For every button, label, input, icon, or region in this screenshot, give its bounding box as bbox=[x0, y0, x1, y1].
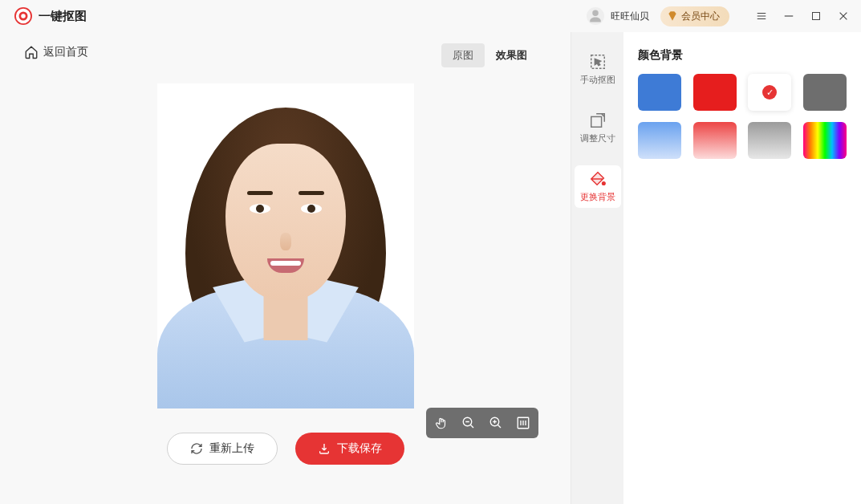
diamond-icon bbox=[667, 10, 678, 22]
svg-rect-7 bbox=[591, 116, 601, 127]
resize-icon bbox=[589, 112, 607, 129]
fit-screen-icon[interactable] bbox=[511, 411, 535, 435]
panel-title: 颜色背景 bbox=[638, 48, 847, 63]
reupload-button[interactable]: 重新上传 bbox=[167, 433, 278, 465]
tool-background-label: 更换背景 bbox=[580, 191, 615, 203]
user-avatar-icon[interactable] bbox=[587, 7, 604, 25]
paint-bucket-icon bbox=[589, 170, 607, 188]
minimize-icon[interactable] bbox=[782, 10, 795, 22]
app-title: 一键抠图 bbox=[39, 9, 87, 24]
menu-icon[interactable] bbox=[755, 10, 768, 22]
view-tabs: 原图 效果图 bbox=[441, 43, 538, 67]
swatch-gray-gradient[interactable] bbox=[748, 122, 791, 159]
app-logo-icon bbox=[14, 7, 32, 25]
swatch-blue[interactable] bbox=[638, 74, 681, 111]
vip-center-button[interactable]: 会员中心 bbox=[660, 6, 729, 26]
tool-change-background[interactable]: 更换背景 bbox=[575, 165, 621, 208]
swatch-red-gradient[interactable] bbox=[693, 122, 737, 159]
check-icon: ✓ bbox=[762, 85, 777, 100]
svg-point-2 bbox=[21, 14, 26, 18]
image-toolbar bbox=[426, 408, 538, 438]
zoom-in-icon[interactable] bbox=[484, 411, 508, 435]
swatch-blue-gradient[interactable] bbox=[638, 122, 681, 159]
swatch-red[interactable] bbox=[693, 74, 737, 111]
home-icon bbox=[24, 45, 39, 59]
reupload-label: 重新上传 bbox=[209, 441, 254, 456]
username-label: 旺旺仙贝 bbox=[611, 10, 649, 23]
pan-icon[interactable] bbox=[429, 411, 453, 435]
tool-manual-matting[interactable]: 手动抠图 bbox=[575, 48, 621, 91]
tool-manual-label: 手动抠图 bbox=[580, 74, 615, 86]
zoom-out-icon[interactable] bbox=[457, 411, 481, 435]
maximize-icon[interactable] bbox=[810, 10, 822, 22]
svg-rect-3 bbox=[813, 13, 820, 20]
tab-original[interactable]: 原图 bbox=[441, 43, 485, 67]
download-icon bbox=[318, 442, 331, 455]
tool-resize[interactable]: 调整尺寸 bbox=[575, 107, 621, 149]
cursor-icon bbox=[589, 53, 607, 71]
download-label: 下载保存 bbox=[337, 441, 382, 456]
refresh-icon bbox=[190, 442, 203, 455]
swatch-rainbow[interactable] bbox=[803, 122, 847, 159]
swatch-gray[interactable] bbox=[803, 74, 847, 111]
back-home-label: 返回首页 bbox=[43, 45, 88, 59]
swatch-white[interactable]: ✓ bbox=[748, 74, 791, 111]
close-icon[interactable] bbox=[837, 10, 850, 22]
svg-point-8 bbox=[602, 182, 605, 185]
vip-label: 会员中心 bbox=[681, 10, 720, 23]
tab-result[interactable]: 效果图 bbox=[485, 43, 538, 67]
result-image[interactable] bbox=[157, 83, 414, 408]
download-button[interactable]: 下载保存 bbox=[295, 433, 404, 465]
tool-resize-label: 调整尺寸 bbox=[580, 132, 615, 144]
